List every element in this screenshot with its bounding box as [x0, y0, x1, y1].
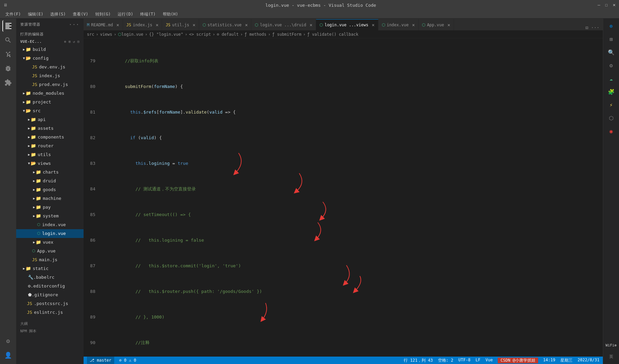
breadcrumb: src › views › ⬡ login.vue › {} "login.vu…: [84, 30, 603, 38]
tree-item-build[interactable]: ▶ 📁 build: [16, 45, 84, 54]
tree-item-project[interactable]: ▶ 📁 project: [16, 98, 84, 107]
tree-item-index-vue[interactable]: ⬡ index.vue: [16, 220, 84, 229]
tree-label: eslintrc.js: [34, 309, 63, 316]
activity-debug[interactable]: [2, 63, 14, 74]
tree-item-charts[interactable]: ▶ 📁 charts: [16, 168, 84, 177]
tab-close-button[interactable]: ×: [310, 22, 312, 28]
sidebar-more[interactable]: ···: [69, 21, 80, 28]
tree-item-app-vue[interactable]: ⬡ App.vue: [16, 247, 84, 255]
more-tabs-button[interactable]: ···: [591, 25, 599, 30]
tree-item-vuex[interactable]: ▶ 📁 vuex: [16, 238, 84, 247]
menu-help[interactable]: 帮助(H): [160, 11, 181, 18]
status-encoding: UTF-8: [458, 358, 470, 363]
folder-icon: 📁: [31, 116, 36, 123]
right-extension-icon[interactable]: 🧩: [606, 86, 617, 97]
right-remote-icon[interactable]: ◉: [606, 125, 617, 137]
maximize-button[interactable]: □: [605, 3, 608, 7]
line-content: // this.$router.push({ path: '/goods/Goo…: [102, 288, 603, 295]
tab-close-button[interactable]: ×: [156, 22, 158, 28]
tree-item-node-modules[interactable]: ▶ 📁 node_modules: [16, 89, 84, 98]
open-editors-section[interactable]: 打开的编辑器: [16, 30, 84, 38]
tab-login-druid[interactable]: ⬡ login.vue ...\druid ×: [251, 19, 316, 30]
close-button[interactable]: ✕: [613, 3, 616, 7]
tree-item-login-vue[interactable]: ⬡ login.vue: [16, 229, 84, 238]
tree-item-postcssrc[interactable]: JS .postcssrc.js: [16, 299, 84, 308]
right-debug-icon[interactable]: ⚡: [606, 99, 617, 111]
tree-item-system[interactable]: ▶ 📁 system: [16, 212, 84, 220]
code-content[interactable]: 79 //获取info列表 80 submitForm(formName) { …: [84, 38, 603, 357]
tab-close-button[interactable]: ×: [372, 22, 374, 28]
tree-item-eslintrc[interactable]: JS eslintrc.js: [16, 308, 84, 317]
tree-item-config[interactable]: ▼ 📂 config: [16, 54, 84, 63]
menu-terminal[interactable]: 终端(T): [137, 11, 158, 18]
tree-item-dev-env[interactable]: JS dev.env.js: [16, 63, 84, 71]
line-number: 81: [87, 109, 102, 115]
tree-item-machine[interactable]: ▶ 📁 machine: [16, 194, 84, 203]
js-icon: JS: [27, 300, 32, 307]
activity-account[interactable]: 👤: [2, 349, 14, 361]
tab-statistics[interactable]: ⬡ statistics.vue ×: [199, 19, 252, 30]
activity-remote[interactable]: ⚙: [2, 335, 14, 346]
menu-file[interactable]: 文件(F): [3, 11, 24, 18]
tree-item-pay[interactable]: ▶ 📁 pay: [16, 203, 84, 212]
tab-label: App.vue: [427, 23, 444, 27]
tab-app-vue[interactable]: ⬡ App.vue ×: [419, 19, 454, 30]
tree-item-gitignore[interactable]: ⬟ .gitignore: [16, 291, 84, 299]
right-cloud-icon[interactable]: ☁: [606, 73, 617, 84]
tree-item-assets[interactable]: ▶ 📁 assets: [16, 124, 84, 133]
tab-utiljs[interactable]: JS util.js ×: [162, 19, 199, 30]
explorer-section[interactable]: VUE-EC... ⊕ ⊞ ↺ ⊟: [16, 38, 84, 45]
tree-item-src[interactable]: ▼ 📂 src: [16, 107, 84, 115]
activity-source-control[interactable]: [2, 49, 14, 60]
menu-view[interactable]: 查看(V): [70, 11, 91, 18]
menu-edit[interactable]: 编辑(E): [25, 11, 46, 18]
git-branch[interactable]: ⎇ master: [87, 357, 114, 364]
menu-select[interactable]: 选择(S): [48, 11, 68, 18]
window-controls: ─ □ ✕: [598, 3, 616, 7]
tab-close-button[interactable]: ×: [447, 22, 450, 28]
tab-close-button[interactable]: ×: [412, 22, 415, 28]
tree-item-prod-env[interactable]: JS prod.env.js: [16, 80, 84, 89]
tree-item-utils[interactable]: ▶ 📁 utils: [16, 150, 84, 159]
tab-indexjs[interactable]: JS index.js ×: [123, 19, 162, 30]
tree-label: login.vue: [42, 230, 66, 237]
tab-readme[interactable]: M README.md ×: [84, 19, 123, 30]
tree-item-editorconfig[interactable]: ⚙ .editorconfig: [16, 282, 84, 291]
tab-label: util.js: [172, 23, 189, 27]
tab-close-button[interactable]: ×: [245, 22, 248, 28]
tree-item-components[interactable]: ▶ 📁 components: [16, 133, 84, 142]
tree-item-indexjs-config[interactable]: JS index.js: [16, 71, 84, 80]
chevron-right-icon: ▶: [33, 169, 35, 176]
activity-extensions[interactable]: [2, 77, 14, 88]
tree-item-static[interactable]: ▶ 📁 static: [16, 264, 84, 273]
tree-item-goods[interactable]: ▶ 📁 goods: [16, 185, 84, 194]
sidebar: 资源管理器 ··· 打开的编辑器 VUE-EC... ⊕ ⊞ ↺ ⊟ ▶ 📁 b…: [16, 19, 84, 364]
tree-item-api[interactable]: ▶ 📁 api: [16, 115, 84, 124]
activity-explorer[interactable]: [2, 20, 14, 32]
right-search-icon[interactable]: 🔍: [606, 47, 617, 58]
right-settings-icon[interactable]: ⚙: [606, 60, 617, 71]
tabs-bar: M README.md × JS index.js × JS util.js ×…: [84, 19, 603, 30]
menu-run[interactable]: 运行(D): [115, 11, 136, 18]
minimize-button[interactable]: ─: [598, 3, 600, 7]
activity-search[interactable]: [2, 34, 14, 46]
right-git-icon[interactable]: ⬡: [606, 112, 617, 124]
tree-item-babelrc[interactable]: 🔧 .babelrc: [16, 273, 84, 282]
tab-close-button[interactable]: ×: [192, 22, 195, 28]
right-wifi-icon[interactable]: WiFi⊗: [606, 339, 617, 351]
line-content: // }, 1000): [102, 314, 603, 320]
tab-index-vue[interactable]: ⬡ index.vue ×: [378, 19, 419, 30]
tree-item-router[interactable]: ▶ 📁 router: [16, 142, 84, 150]
tree-item-druid[interactable]: ▶ 📁 druid: [16, 177, 84, 185]
tab-close-button[interactable]: ×: [116, 22, 119, 28]
breadcrumb-validate: ƒ validate() callback: [307, 32, 359, 37]
right-terminal-icon[interactable]: ⊞: [606, 33, 617, 45]
tree-item-views[interactable]: ▼ 📂 views: [16, 159, 84, 168]
menu-goto[interactable]: 转到(G): [93, 11, 114, 18]
right-source-control-icon[interactable]: ⊕: [606, 20, 617, 32]
tab-login-views[interactable]: ⬡ login.vue ...views ×: [316, 19, 378, 30]
split-editor-button[interactable]: ⊡: [585, 25, 588, 30]
right-locale-icon[interactable]: 英: [606, 351, 617, 362]
tree-label: .gitignore: [32, 291, 58, 299]
tree-item-main-js[interactable]: JS main.js: [16, 255, 84, 264]
